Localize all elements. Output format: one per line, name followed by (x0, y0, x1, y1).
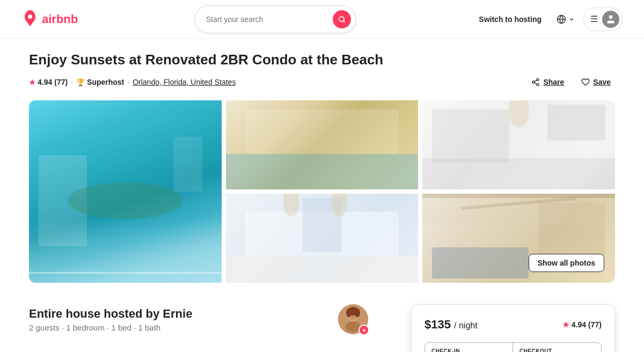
photo-bot-mid[interactable] (226, 194, 419, 283)
save-label: Save (593, 78, 611, 86)
card-rating: ★ 4.94 (77) (562, 320, 602, 329)
lower-section: Entire house hosted by Ernie 2 guests · … (29, 304, 615, 352)
search-bar-text: Start your search (206, 15, 326, 24)
photo-top-mid[interactable] (226, 100, 419, 189)
svg-point-15 (346, 309, 352, 317)
meta-left: ★ 4.94 (77) · 🏆 Superhost · Orlando, Flo… (29, 78, 236, 86)
svg-line-1 (343, 20, 345, 22)
checkout-label: CHECKOUT (519, 348, 595, 352)
price-value: $135 (425, 318, 451, 331)
card-rating-value: 4.94 (572, 320, 586, 329)
superhost-icon: 🏆 (76, 78, 85, 86)
star-icon: ★ (29, 78, 35, 86)
switch-hosting-button[interactable]: Switch to hosting (472, 11, 548, 28)
dates-grid: CHECK-IN Add date CHECKOUT Add date (425, 342, 602, 352)
svg-point-6 (532, 81, 535, 83)
host-info: Entire house hosted by Ernie 2 guests · … (29, 304, 368, 352)
card-star-icon: ★ (562, 320, 569, 329)
show-all-photos-button[interactable]: Show all photos (529, 254, 604, 272)
checkin-label: CHECK-IN (431, 348, 506, 352)
chevron-down-icon (568, 16, 575, 23)
rating: ★ 4.94 (77) (29, 78, 68, 86)
globe-icon (557, 14, 566, 24)
airbnb-logo-icon (21, 10, 39, 29)
heart-icon (581, 78, 590, 86)
search-bar[interactable]: Start your search (195, 5, 356, 33)
photo-grid: Show all photos (29, 100, 615, 283)
host-superhost-badge: ★ (358, 325, 369, 335)
header-right: Switch to hosting ☰ (472, 8, 623, 31)
main-content: Enjoy Sunsets at Renovated 2BR Condo at … (16, 39, 628, 352)
share-icon (531, 78, 540, 86)
svg-line-8 (535, 83, 537, 84)
logo[interactable]: airbnb (21, 10, 78, 29)
photo-top-right[interactable] (422, 100, 615, 189)
meta-right: Share Save (527, 75, 615, 90)
listing-title: Enjoy Sunsets at Renovated 2BR Condo at … (29, 52, 615, 68)
booking-card: $135 / night ★ 4.94 (77) CHECK-IN Add da… (411, 304, 615, 352)
price-display: $135 / night (425, 318, 478, 332)
header: airbnb Start your search Switch to hosti… (0, 0, 644, 39)
review-count: (77) (54, 78, 68, 86)
avatar (602, 11, 619, 28)
host-avatar-wrap[interactable]: ★ (338, 304, 368, 334)
svg-point-5 (537, 78, 539, 80)
photo-main[interactable] (29, 100, 222, 283)
price-row: $135 / night ★ 4.94 (77) (425, 318, 602, 332)
location-link[interactable]: Orlando, Florida, United States (133, 78, 236, 86)
dot-separator-2: · (127, 78, 129, 86)
svg-point-7 (537, 84, 539, 86)
svg-point-16 (355, 309, 360, 317)
checkout-cell[interactable]: CHECKOUT Add date (513, 343, 601, 352)
meta-row: ★ 4.94 (77) · 🏆 Superhost · Orlando, Flo… (29, 75, 615, 90)
dot-separator: · (71, 78, 73, 86)
host-title: Entire house hosted by Ernie (29, 307, 192, 321)
user-menu[interactable]: ☰ (583, 8, 623, 31)
logo-text: airbnb (42, 12, 78, 26)
language-button[interactable] (552, 10, 579, 28)
superhost-label: Superhost (87, 78, 124, 86)
hamburger-icon: ☰ (590, 14, 598, 24)
price-amount: $135 / night (425, 318, 478, 331)
host-text: Entire house hosted by Ernie 2 guests · … (29, 307, 192, 332)
search-button[interactable] (333, 10, 351, 28)
share-label: Share (543, 78, 564, 86)
superhost-badge: 🏆 Superhost (76, 78, 124, 86)
card-review-count: (77) (588, 320, 602, 329)
host-meta: 2 guests · 1 bedroom · 1 bed · 1 bath (29, 323, 192, 332)
rating-value: 4.94 (38, 78, 52, 86)
svg-line-9 (535, 80, 537, 82)
share-button[interactable]: Share (527, 75, 568, 90)
price-night: / night (454, 321, 478, 330)
host-row: Entire house hosted by Ernie 2 guests · … (29, 304, 368, 334)
checkin-cell[interactable]: CHECK-IN Add date (425, 343, 513, 352)
save-button[interactable]: Save (577, 75, 615, 90)
svg-point-4 (609, 15, 613, 19)
